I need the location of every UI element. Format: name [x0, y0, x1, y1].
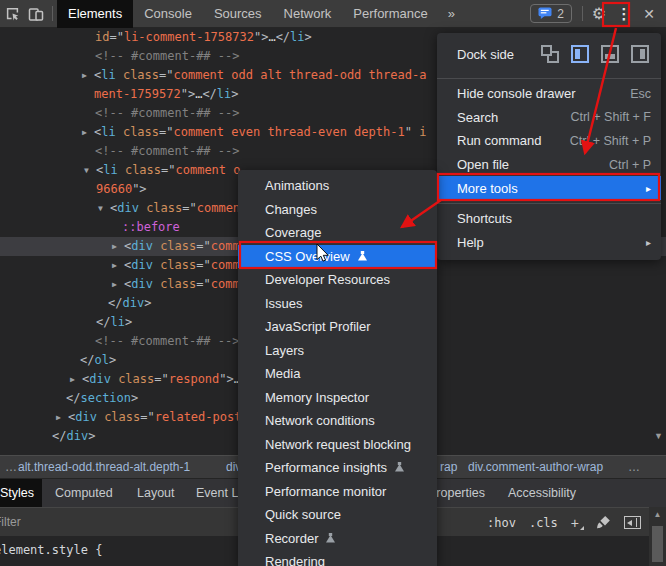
new-style-rule-button[interactable]: + — [571, 515, 583, 531]
panel-tab-layout[interactable]: Layout — [129, 479, 183, 507]
panel-tab-accessibility[interactable]: Accessibility — [500, 479, 584, 507]
submenu-item-layers[interactable]: Layers — [238, 339, 437, 363]
styles-scrollbar[interactable]: ▲ — [649, 507, 666, 566]
panel-tab-computed[interactable]: Computed — [47, 479, 121, 507]
submenu-item-label: Performance insights — [265, 460, 387, 475]
toggle-element-classes-button[interactable]: .cls — [529, 516, 558, 530]
breadcrumb-item-5[interactable]: div.comment-author-wrap — [468, 456, 603, 478]
code-token: =" — [159, 68, 173, 82]
code-token: i — [419, 125, 426, 139]
experimental-beaker-icon — [394, 462, 405, 473]
toggle-hover-state-button[interactable]: :hov — [487, 516, 516, 530]
code-token: li — [103, 163, 117, 177]
breadcrumb-item-6[interactable]: … — [628, 456, 640, 478]
code-token: =" — [159, 125, 173, 139]
submenu-item-developer-resources[interactable]: Developer Resources — [238, 268, 437, 292]
breadcrumb-item-2[interactable]: alt.thread-odd.thread-alt.depth-1 — [18, 456, 190, 478]
panel-tab-styles[interactable]: Styles — [0, 479, 42, 507]
submenu-item-performance-monitor[interactable]: Performance monitor — [238, 480, 437, 504]
submenu-item-css-overview[interactable]: CSS Overview — [238, 245, 437, 269]
menu-item-open-file[interactable]: Open fileCtrl + P — [437, 153, 661, 177]
paint-brush-icon[interactable] — [596, 515, 611, 530]
main-menu-items: Hide console drawerEscSearchCtrl + Shift… — [437, 78, 661, 254]
breadcrumb-item-1[interactable]: … — [5, 456, 17, 478]
scrollbar-up-icon[interactable]: ▲ — [649, 510, 666, 519]
code-token: <!-- #comment-## --> — [95, 106, 240, 120]
submenu-item-label: Animations — [265, 178, 329, 193]
code-token: div — [66, 429, 88, 443]
devtools-window: ElementsConsoleSourcesNetworkPerformance… — [0, 0, 666, 566]
inspect-element-icon[interactable] — [0, 0, 24, 28]
tree-expand-icon[interactable]: ▶ — [82, 123, 92, 142]
menu-item-search[interactable]: SearchCtrl + Shift + F — [437, 106, 661, 130]
menu-item-help[interactable]: Help▸ — [437, 231, 661, 255]
submenu-item-javascript-profiler[interactable]: JavaScript Profiler — [238, 315, 437, 339]
tree-expand-icon[interactable]: ▶ — [112, 237, 122, 256]
submenu-item-changes[interactable]: Changes — [238, 198, 437, 222]
issues-counter[interactable]: 2 — [530, 4, 572, 23]
tree-expand-icon[interactable]: ▶ — [70, 370, 80, 389]
settings-gear-icon[interactable]: ⚙ — [587, 4, 611, 23]
dock-to-left-icon[interactable] — [571, 45, 589, 63]
code-token: li — [101, 125, 115, 139]
code-token: comment odd alt thread-odd thread-a — [174, 68, 427, 82]
menu-item-hide-console-drawer[interactable]: Hide console drawerEsc — [437, 82, 661, 106]
scrollbar-thumb[interactable] — [652, 526, 663, 562]
tree-expand-icon[interactable]: ▶ — [112, 256, 122, 275]
submenu-item-network-request-blocking[interactable]: Network request blocking — [238, 433, 437, 457]
submenu-arrow-icon: ▸ — [646, 237, 651, 248]
code-token: </ — [276, 30, 290, 44]
tree-expand-icon[interactable]: ▶ — [112, 275, 122, 294]
tab-console[interactable]: Console — [133, 0, 203, 28]
device-toolbar-icon[interactable] — [24, 0, 48, 28]
submenu-item-memory-inspector[interactable]: Memory Inspector — [238, 386, 437, 410]
submenu-item-quick-source[interactable]: Quick source — [238, 503, 437, 527]
customize-kebab-menu-icon[interactable]: ⋮ — [611, 5, 637, 23]
styles-filter-input[interactable]: Filter — [0, 508, 21, 536]
dock-to-right-icon[interactable] — [631, 45, 649, 63]
breadcrumb-item-4[interactable]: rap — [440, 456, 457, 478]
code-token: "> — [219, 372, 233, 386]
tree-collapse-icon[interactable]: ▼ — [98, 199, 108, 218]
code-token: class — [116, 125, 159, 139]
undock-icon[interactable] — [541, 45, 559, 63]
dock-to-bottom-icon[interactable] — [601, 45, 619, 63]
toolbar-right: 2 ⚙ ⋮ ✕ — [530, 4, 666, 23]
submenu-item-label: JavaScript Profiler — [265, 319, 370, 334]
tree-expand-icon[interactable]: ▶ — [56, 408, 66, 427]
code-token: =" — [109, 30, 123, 44]
inspect-element-icon — [5, 6, 20, 21]
menu-item-shortcuts[interactable]: Shortcuts — [437, 207, 661, 231]
submenu-item-rendering[interactable]: Rendering — [238, 550, 437, 566]
tab-performance[interactable]: Performance — [342, 0, 438, 28]
code-token: commen — [197, 201, 240, 215]
code-token: div — [131, 277, 153, 291]
tree-collapse-icon[interactable]: ▼ — [84, 161, 94, 180]
more-tabs-icon[interactable]: » — [439, 0, 464, 28]
submenu-item-issues[interactable]: Issues — [238, 292, 437, 316]
style-rule-selector[interactable]: element.style { — [0, 543, 102, 557]
tab-elements[interactable]: Elements — [57, 0, 133, 28]
submenu-item-performance-insights[interactable]: Performance insights — [238, 456, 437, 480]
menu-item-shortcut: Ctrl + Shift + P — [570, 134, 651, 148]
tree-expand-icon[interactable]: ▶ — [82, 66, 92, 85]
computed-sidebar-toggle-icon[interactable] — [624, 516, 641, 529]
code-token: <!-- #comment-## --> — [95, 49, 240, 63]
more-tools-submenu: AnimationsChangesCoverageCSS OverviewDev… — [238, 170, 437, 566]
tab-sources[interactable]: Sources — [203, 0, 273, 28]
menu-item-more-tools[interactable]: More tools▸ — [437, 176, 661, 200]
tab-network[interactable]: Network — [273, 0, 343, 28]
menu-item-label: Open file — [457, 157, 509, 172]
submenu-item-animations[interactable]: Animations — [238, 174, 437, 198]
code-token: </ — [80, 353, 94, 367]
submenu-item-media[interactable]: Media — [238, 362, 437, 386]
close-devtools-icon[interactable]: ✕ — [637, 6, 661, 22]
submenu-item-coverage[interactable]: Coverage — [238, 221, 437, 245]
menu-item-run-command[interactable]: Run commandCtrl + Shift + P — [437, 129, 661, 153]
submenu-item-label: Developer Resources — [265, 272, 390, 287]
code-token: > — [231, 87, 238, 101]
tree-scroll-down-icon[interactable]: ▼ — [654, 431, 663, 441]
submenu-item-network-conditions[interactable]: Network conditions — [238, 409, 437, 433]
submenu-item-recorder[interactable]: Recorder — [238, 527, 437, 551]
menu-item-label: Help — [457, 235, 484, 250]
